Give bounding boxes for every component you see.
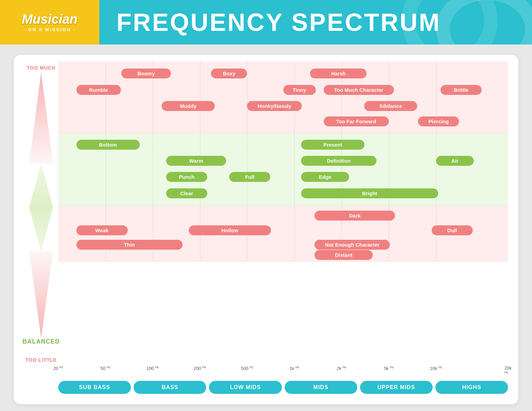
tag-edge: Edge [301,172,349,182]
tag-definition: Definition [301,156,376,166]
tag-warm: Warm [166,156,226,166]
tag-weak: Weak [76,225,128,235]
band-too-little: Dark Weak Hollow Dull Thin Not Enough Ch… [58,206,508,262]
tag-too-far-forward: Too Far Forward [324,116,389,126]
x-label-2khz: 2k Hz [337,365,346,371]
x-label-500hz: 500 Hz [241,365,253,371]
svg-marker-3 [29,251,53,338]
freq-band-mids: MIDS [285,381,357,394]
tag-brittle: Brittle [441,85,482,95]
tag-piercing: Piercing [418,116,459,126]
tag-air: Air [436,156,474,166]
main-content: TOO MUCH [0,45,532,411]
tag-hollow: Hollow [189,225,271,235]
svg-marker-1 [29,164,53,251]
freq-band-bass: BASS [134,381,206,394]
x-label-20hz: 20 Hz [53,365,63,371]
freq-band-sub-bass: SUB BASS [58,381,131,394]
triangle-visual [24,72,58,338]
logo: Musician · ON A MISSION · [0,0,99,45]
tag-full: Full [229,172,270,182]
tag-thin: Thin [76,240,183,250]
tag-dull: Dull [432,225,473,235]
svg-marker-0 [29,72,53,164]
tag-boomy: Boomy [121,68,171,78]
freq-band-upper-mids: UPPER MIDS [360,381,433,394]
x-label-100hz: 100 Hz [147,365,159,371]
tag-bottom: Bottom [76,140,140,150]
page-title-bar: FREQUENCY SPECTRUM [99,0,532,45]
x-labels: 20 Hz 50 Hz 100 Hz 200 Hz 500 Hz 1k Hz 2… [58,365,508,376]
tag-harsh: Harsh [310,68,367,78]
y-label-balanced: BALANCED [23,338,60,345]
tag-distant: Distant [314,250,373,260]
y-axis: TOO MUCH [24,62,58,363]
tag-present: Present [301,140,364,150]
tag-clear: Clear [166,188,207,198]
y-label-too-much: TOO MUCH [27,65,55,71]
x-label-20khz: 20k Hz [505,365,512,376]
band-balanced: Bottom Present Warm Definition Air Punch… [58,134,508,206]
x-axis: 20 Hz 50 Hz 100 Hz 200 Hz 500 Hz 1k Hz 2… [58,365,508,376]
tag-honky-nasaly: Honky/Nasaly [247,101,302,111]
page-title: FREQUENCY SPECTRUM [116,8,441,36]
tag-not-enough-character: Not Enough Character [314,240,390,250]
x-label-1khz: 1k Hz [289,365,299,371]
y-label-too-little: TOO LITTLE [25,357,57,363]
x-label-50hz: 50 Hz [100,365,110,371]
header: Musician · ON A MISSION · FREQUENCY SPEC… [0,0,532,45]
logo-title: Musician [22,13,78,26]
tag-rumble: Rumble [76,85,121,95]
tag-muddy: Muddy [162,101,215,111]
tag-sibilance: Sibilance [364,101,417,111]
band-too-much: Boomy Boxy Harsh Rumble Tinny Too Much C… [58,62,508,134]
x-label-200hz: 200 Hz [194,365,206,371]
freq-band-labels: SUB BASS BASS LOW MIDS MIDS UPPER MIDS H… [58,381,508,394]
spacer [24,345,58,356]
tag-dark: Dark [314,211,395,221]
x-label-5khz: 5k Hz [384,365,394,371]
tag-tinny: Tinny [283,85,316,95]
logo-subtitle: · ON A MISSION · [22,27,78,32]
tag-punch: Punch [166,172,207,182]
chart-grid: Boomy Boxy Harsh Rumble Tinny Too Much C… [58,62,508,363]
tag-bright: Bright [301,188,438,198]
tag-too-much-character: Too Much Character [324,85,394,95]
tag-boxy: Boxy [211,68,247,78]
x-label-10khz: 10k Hz [430,365,442,371]
chart-body: TOO MUCH [24,62,508,363]
chart-container: TOO MUCH [14,55,518,404]
freq-band-highs: HIGHS [435,381,508,394]
freq-band-low-mids: LOW MIDS [209,381,282,394]
